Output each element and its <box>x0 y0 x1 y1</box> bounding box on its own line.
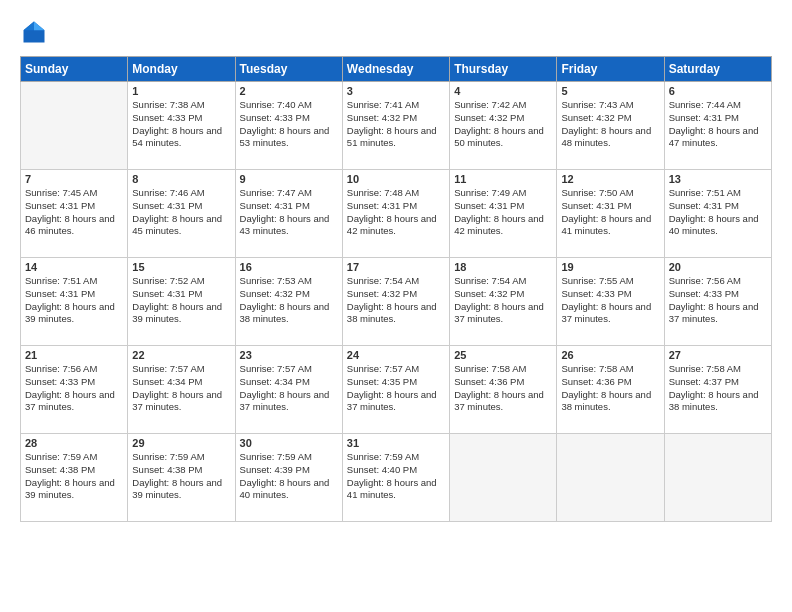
day-number: 29 <box>132 437 230 449</box>
calendar-cell: 12 Sunrise: 7:50 AMSunset: 4:31 PMDaylig… <box>557 170 664 258</box>
day-number: 20 <box>669 261 767 273</box>
page: SundayMondayTuesdayWednesdayThursdayFrid… <box>0 0 792 612</box>
calendar-table: SundayMondayTuesdayWednesdayThursdayFrid… <box>20 56 772 522</box>
day-number: 17 <box>347 261 445 273</box>
calendar-cell: 22 Sunrise: 7:57 AMSunset: 4:34 PMDaylig… <box>128 346 235 434</box>
calendar-cell: 17 Sunrise: 7:54 AMSunset: 4:32 PMDaylig… <box>342 258 449 346</box>
day-number: 8 <box>132 173 230 185</box>
cell-text: Sunrise: 7:59 AMSunset: 4:38 PMDaylight:… <box>132 451 222 500</box>
day-number: 3 <box>347 85 445 97</box>
calendar-cell: 18 Sunrise: 7:54 AMSunset: 4:32 PMDaylig… <box>450 258 557 346</box>
day-number: 11 <box>454 173 552 185</box>
calendar-week-row: 7 Sunrise: 7:45 AMSunset: 4:31 PMDayligh… <box>21 170 772 258</box>
calendar-day-header: Friday <box>557 57 664 82</box>
day-number: 16 <box>240 261 338 273</box>
calendar-cell: 13 Sunrise: 7:51 AMSunset: 4:31 PMDaylig… <box>664 170 771 258</box>
day-number: 23 <box>240 349 338 361</box>
calendar-cell: 7 Sunrise: 7:45 AMSunset: 4:31 PMDayligh… <box>21 170 128 258</box>
header <box>20 18 772 46</box>
cell-text: Sunrise: 7:45 AMSunset: 4:31 PMDaylight:… <box>25 187 115 236</box>
day-number: 26 <box>561 349 659 361</box>
cell-text: Sunrise: 7:47 AMSunset: 4:31 PMDaylight:… <box>240 187 330 236</box>
cell-text: Sunrise: 7:48 AMSunset: 4:31 PMDaylight:… <box>347 187 437 236</box>
calendar-cell <box>450 434 557 522</box>
cell-text: Sunrise: 7:53 AMSunset: 4:32 PMDaylight:… <box>240 275 330 324</box>
day-number: 2 <box>240 85 338 97</box>
cell-text: Sunrise: 7:46 AMSunset: 4:31 PMDaylight:… <box>132 187 222 236</box>
svg-marker-2 <box>24 22 35 31</box>
calendar-cell: 31 Sunrise: 7:59 AMSunset: 4:40 PMDaylig… <box>342 434 449 522</box>
cell-text: Sunrise: 7:55 AMSunset: 4:33 PMDaylight:… <box>561 275 651 324</box>
day-number: 9 <box>240 173 338 185</box>
day-number: 19 <box>561 261 659 273</box>
calendar-cell: 11 Sunrise: 7:49 AMSunset: 4:31 PMDaylig… <box>450 170 557 258</box>
calendar-cell: 15 Sunrise: 7:52 AMSunset: 4:31 PMDaylig… <box>128 258 235 346</box>
day-number: 15 <box>132 261 230 273</box>
calendar-day-header: Tuesday <box>235 57 342 82</box>
cell-text: Sunrise: 7:54 AMSunset: 4:32 PMDaylight:… <box>454 275 544 324</box>
calendar-cell: 2 Sunrise: 7:40 AMSunset: 4:33 PMDayligh… <box>235 82 342 170</box>
calendar-cell: 4 Sunrise: 7:42 AMSunset: 4:32 PMDayligh… <box>450 82 557 170</box>
day-number: 31 <box>347 437 445 449</box>
day-number: 13 <box>669 173 767 185</box>
calendar-day-header: Thursday <box>450 57 557 82</box>
cell-text: Sunrise: 7:51 AMSunset: 4:31 PMDaylight:… <box>25 275 115 324</box>
calendar-cell: 16 Sunrise: 7:53 AMSunset: 4:32 PMDaylig… <box>235 258 342 346</box>
day-number: 27 <box>669 349 767 361</box>
calendar-cell: 3 Sunrise: 7:41 AMSunset: 4:32 PMDayligh… <box>342 82 449 170</box>
cell-text: Sunrise: 7:41 AMSunset: 4:32 PMDaylight:… <box>347 99 437 148</box>
day-number: 1 <box>132 85 230 97</box>
calendar-cell <box>664 434 771 522</box>
cell-text: Sunrise: 7:59 AMSunset: 4:39 PMDaylight:… <box>240 451 330 500</box>
calendar-cell: 20 Sunrise: 7:56 AMSunset: 4:33 PMDaylig… <box>664 258 771 346</box>
cell-text: Sunrise: 7:59 AMSunset: 4:40 PMDaylight:… <box>347 451 437 500</box>
day-number: 12 <box>561 173 659 185</box>
calendar-day-header: Sunday <box>21 57 128 82</box>
day-number: 4 <box>454 85 552 97</box>
calendar-cell: 24 Sunrise: 7:57 AMSunset: 4:35 PMDaylig… <box>342 346 449 434</box>
cell-text: Sunrise: 7:58 AMSunset: 4:37 PMDaylight:… <box>669 363 759 412</box>
calendar-cell: 26 Sunrise: 7:58 AMSunset: 4:36 PMDaylig… <box>557 346 664 434</box>
day-number: 30 <box>240 437 338 449</box>
calendar-cell: 25 Sunrise: 7:58 AMSunset: 4:36 PMDaylig… <box>450 346 557 434</box>
cell-text: Sunrise: 7:57 AMSunset: 4:34 PMDaylight:… <box>132 363 222 412</box>
cell-text: Sunrise: 7:43 AMSunset: 4:32 PMDaylight:… <box>561 99 651 148</box>
day-number: 21 <box>25 349 123 361</box>
cell-text: Sunrise: 7:52 AMSunset: 4:31 PMDaylight:… <box>132 275 222 324</box>
day-number: 7 <box>25 173 123 185</box>
calendar-cell: 8 Sunrise: 7:46 AMSunset: 4:31 PMDayligh… <box>128 170 235 258</box>
cell-text: Sunrise: 7:56 AMSunset: 4:33 PMDaylight:… <box>25 363 115 412</box>
calendar-header-row: SundayMondayTuesdayWednesdayThursdayFrid… <box>21 57 772 82</box>
day-number: 22 <box>132 349 230 361</box>
calendar-cell: 21 Sunrise: 7:56 AMSunset: 4:33 PMDaylig… <box>21 346 128 434</box>
day-number: 18 <box>454 261 552 273</box>
day-number: 6 <box>669 85 767 97</box>
calendar-day-header: Saturday <box>664 57 771 82</box>
cell-text: Sunrise: 7:42 AMSunset: 4:32 PMDaylight:… <box>454 99 544 148</box>
day-number: 25 <box>454 349 552 361</box>
day-number: 14 <box>25 261 123 273</box>
cell-text: Sunrise: 7:56 AMSunset: 4:33 PMDaylight:… <box>669 275 759 324</box>
cell-text: Sunrise: 7:54 AMSunset: 4:32 PMDaylight:… <box>347 275 437 324</box>
day-number: 28 <box>25 437 123 449</box>
day-number: 24 <box>347 349 445 361</box>
calendar-cell: 30 Sunrise: 7:59 AMSunset: 4:39 PMDaylig… <box>235 434 342 522</box>
calendar-cell <box>557 434 664 522</box>
calendar-cell: 1 Sunrise: 7:38 AMSunset: 4:33 PMDayligh… <box>128 82 235 170</box>
calendar-day-header: Monday <box>128 57 235 82</box>
calendar-cell: 6 Sunrise: 7:44 AMSunset: 4:31 PMDayligh… <box>664 82 771 170</box>
cell-text: Sunrise: 7:50 AMSunset: 4:31 PMDaylight:… <box>561 187 651 236</box>
calendar-week-row: 1 Sunrise: 7:38 AMSunset: 4:33 PMDayligh… <box>21 82 772 170</box>
cell-text: Sunrise: 7:49 AMSunset: 4:31 PMDaylight:… <box>454 187 544 236</box>
cell-text: Sunrise: 7:44 AMSunset: 4:31 PMDaylight:… <box>669 99 759 148</box>
logo-icon <box>20 18 48 46</box>
cell-text: Sunrise: 7:57 AMSunset: 4:34 PMDaylight:… <box>240 363 330 412</box>
calendar-week-row: 28 Sunrise: 7:59 AMSunset: 4:38 PMDaylig… <box>21 434 772 522</box>
calendar-cell: 10 Sunrise: 7:48 AMSunset: 4:31 PMDaylig… <box>342 170 449 258</box>
cell-text: Sunrise: 7:59 AMSunset: 4:38 PMDaylight:… <box>25 451 115 500</box>
cell-text: Sunrise: 7:38 AMSunset: 4:33 PMDaylight:… <box>132 99 222 148</box>
logo <box>20 18 52 46</box>
calendar-week-row: 14 Sunrise: 7:51 AMSunset: 4:31 PMDaylig… <box>21 258 772 346</box>
day-number: 5 <box>561 85 659 97</box>
calendar-cell: 9 Sunrise: 7:47 AMSunset: 4:31 PMDayligh… <box>235 170 342 258</box>
